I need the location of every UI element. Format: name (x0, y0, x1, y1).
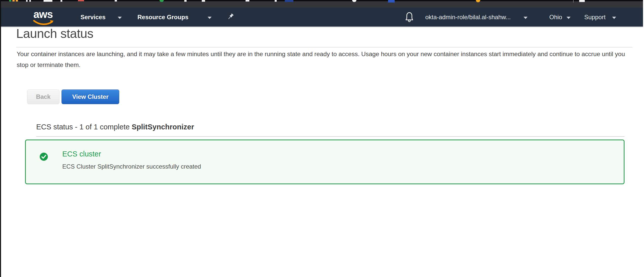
section-divider (36, 136, 625, 137)
browser-toolbar-icon (388, 0, 395, 3)
browser-toolbar-icon (29, 0, 31, 2)
browser-toolbar-icon (26, 0, 28, 2)
window-right-edge (643, 0, 644, 27)
nav-account-menu[interactable]: okta-admin-role/bilal.al-shahw... (425, 8, 511, 27)
ecs-cluster-status-card: ECS cluster ECS Cluster SplitSynchronize… (25, 140, 625, 184)
region-chevron-down-icon (567, 17, 571, 19)
aws-navbar: aws Services Resource Groups (0, 8, 644, 27)
browser-toolbar-icon (246, 0, 249, 2)
page-title: Launch status (16, 26, 93, 41)
browser-toolbar-icon (285, 0, 293, 2)
screen: aws Services Resource Groups (0, 0, 644, 277)
nav-resource-groups[interactable]: Resource Groups (137, 8, 188, 27)
browser-toolbar-icon (78, 0, 84, 1)
nav-region-menu[interactable]: Ohio (549, 8, 562, 27)
window-left-edge (0, 0, 1, 277)
browser-toolbar-icon (159, 0, 164, 2)
browser-toolbar-icon (9, 0, 11, 2)
launch-status-description: Your container instances are launching, … (17, 49, 632, 70)
bell-icon (405, 12, 414, 23)
nav-services[interactable]: Services (80, 8, 106, 27)
browser-toolbar-icon (12, 0, 15, 2)
services-chevron-down-icon (118, 17, 122, 19)
aws-logo-text: aws (33, 9, 53, 20)
browser-toolbar-icon (202, 0, 205, 2)
browser-toolbar-strip (0, 0, 644, 8)
resource-groups-chevron-down-icon (208, 17, 212, 19)
aws-smile-icon (33, 20, 55, 26)
nav-notifications-button[interactable] (405, 8, 414, 27)
nav-services-label: Services (80, 14, 106, 20)
support-chevron-down-icon (612, 17, 616, 19)
browser-toolbar-icon (115, 0, 117, 2)
browser-toolbar-topline (0, 0, 644, 1)
browser-toolbar-icon (573, 0, 574, 3)
nav-pin-button[interactable] (227, 8, 234, 27)
action-button-row: Back View Cluster (27, 89, 119, 104)
ecs-status-cluster-name: SplitSynchronizer (132, 123, 194, 131)
browser-toolbar-icon (476, 0, 480, 2)
aws-logo[interactable]: aws (33, 10, 56, 25)
browser-toolbar-icon (275, 0, 277, 2)
nav-support-label: Support (584, 14, 606, 20)
account-chevron-down-icon (524, 17, 528, 19)
view-cluster-button[interactable]: View Cluster (62, 89, 119, 104)
status-card-message: ECS Cluster SplitSynchronizer successful… (62, 163, 201, 170)
title-divider (16, 47, 632, 48)
pin-icon (227, 13, 234, 21)
browser-toolbar-icon (16, 0, 18, 2)
nav-support-menu[interactable]: Support (584, 8, 606, 27)
success-check-icon (40, 153, 48, 161)
browser-toolbar-icon (61, 0, 62, 2)
nav-account-label: okta-admin-role/bilal.al-shahw... (425, 14, 511, 20)
ecs-status-heading: ECS status - 1 of 1 complete SplitSynchr… (36, 123, 194, 131)
back-button[interactable]: Back (27, 89, 59, 104)
nav-resource-groups-label: Resource Groups (137, 14, 188, 20)
nav-region-label: Ohio (549, 14, 562, 20)
browser-toolbar-icon (184, 0, 187, 2)
browser-toolbar-icon (579, 0, 585, 2)
ecs-status-heading-prefix: ECS status - 1 of 1 complete (36, 123, 132, 131)
browser-toolbar-icon (44, 0, 52, 2)
browser-toolbar-icon (352, 0, 356, 2)
status-card-title: ECS cluster (62, 150, 101, 158)
